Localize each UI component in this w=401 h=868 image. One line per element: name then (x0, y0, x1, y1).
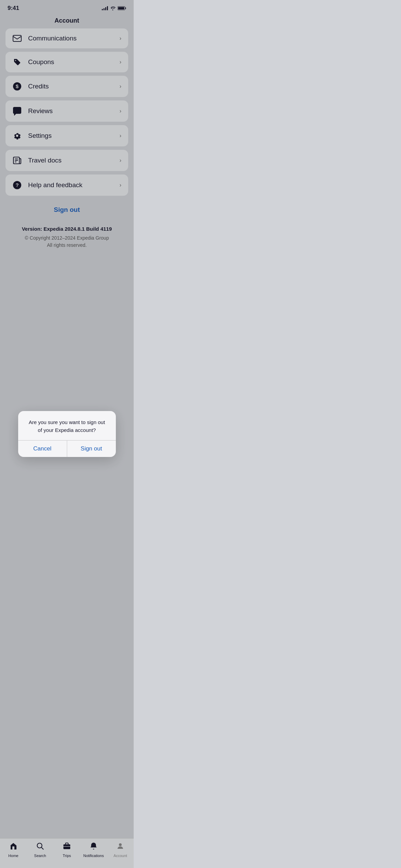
modal-overlay: Are you sure you want to sign out of you… (0, 0, 134, 289)
